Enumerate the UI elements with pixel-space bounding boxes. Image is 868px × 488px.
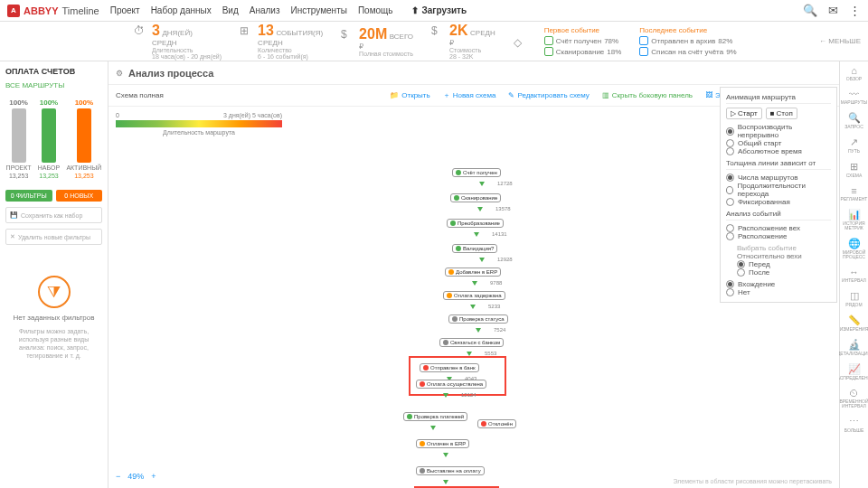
process-node[interactable]: Оплата осуществлена — [416, 380, 486, 389]
save-as-set-button[interactable]: 💾Сохранить как набор — [5, 207, 102, 223]
rnav-item[interactable]: 📏ИЗМЕРЕНИЯ — [840, 314, 868, 332]
rnav-icon: ⊞ — [850, 161, 858, 173]
rnav-icon: 〰 — [849, 89, 859, 99]
menu-item[interactable]: Анализ — [250, 5, 280, 15]
filters-count-button[interactable]: 0 ФИЛЬТРЫ — [5, 190, 52, 202]
pencil-icon: ✎ — [508, 91, 514, 99]
stop-button[interactable]: ■Стоп — [766, 108, 797, 119]
dataset-bar[interactable]: 100%АКТИВНЫЙ13,253 — [66, 99, 101, 179]
delete-filters-button[interactable]: ✕Удалить новые фильтры — [5, 229, 102, 245]
rnav-item[interactable]: 〰МАРШРУТЫ — [841, 89, 867, 105]
hide-panel-button[interactable]: ▥Скрыть боковую панель — [602, 91, 693, 99]
first-event: Первое событие Счёт получен78% Сканирова… — [544, 26, 622, 56]
rnav-icon: ⌂ — [851, 65, 857, 76]
edge-arrow-icon — [476, 328, 481, 333]
rnav-item[interactable]: 🔬ДЕТАЛИЗАЦИЯ — [837, 339, 868, 356]
dataset-bar[interactable]: 100%НАБОР13,253 — [38, 99, 60, 179]
collapse-button[interactable]: ← МЕНЬШЕ — [819, 37, 861, 45]
edge-count: 9788 — [490, 280, 502, 286]
radio-option[interactable]: Продолжительности перехода — [726, 182, 831, 198]
process-node[interactable]: Сканирование — [450, 193, 501, 202]
plus-icon: ＋ — [443, 90, 450, 100]
rnav-item[interactable]: ⋯БОЛЬШЕ — [844, 416, 864, 433]
edge-arrow-icon — [472, 281, 477, 286]
radio-after[interactable]: После — [737, 268, 831, 277]
edge-arrow-icon — [443, 393, 448, 398]
process-node[interactable]: Выставлен на оплату — [416, 466, 485, 475]
edit-schema-button[interactable]: ✎Редактировать схему — [508, 91, 589, 99]
radio-option[interactable]: Нет — [726, 288, 831, 296]
radio-icon — [726, 224, 734, 232]
radio-option[interactable]: Фиксированная — [726, 198, 831, 206]
radio-option[interactable]: Вхождение — [726, 280, 831, 288]
rnav-item[interactable]: ⏲ВРЕМЕННОЙ ИНТЕРВАЛ — [839, 388, 868, 408]
radio-option[interactable]: Расположение вех — [726, 224, 831, 232]
rnav-item[interactable]: 🌐МИРОВОЙ ПРОЦЕСС — [840, 238, 868, 259]
rnav-item[interactable]: ↗ПУТЬ — [848, 136, 860, 154]
node-dot-icon — [456, 246, 461, 251]
edge-count: 12124 — [461, 392, 476, 398]
brand-abbyy: ABBYY — [24, 5, 59, 16]
zoom-in-button[interactable]: + — [151, 472, 156, 481]
menu-item[interactable]: Инструменты — [291, 5, 347, 15]
radio-option[interactable]: Воспроизводить непрерывно — [726, 123, 831, 139]
animation-panel: Анимация маршрута ▷Старт ■Стоп Воспроизв… — [720, 87, 837, 303]
edge-arrow-icon — [443, 453, 448, 457]
open-button[interactable]: 📁Открыть — [390, 91, 429, 99]
rnav-icon: ↗ — [850, 136, 858, 148]
menu-item[interactable]: Вид — [222, 5, 239, 15]
radio-before[interactable]: Перед — [737, 260, 831, 268]
menu-item[interactable]: Проект — [110, 5, 140, 15]
radio-icon — [726, 232, 734, 240]
node-dot-icon — [443, 340, 448, 345]
new-schema-button[interactable]: ＋Новая схема — [443, 90, 496, 100]
radio-icon — [726, 174, 734, 182]
left-sidebar: ОПЛАТА СЧЕТОВ ВСЕ МАРШРУТЫ 100%ПРОЕКТ13,… — [0, 61, 108, 488]
upload-button[interactable]: ⬆Загрузить — [411, 5, 467, 15]
rnav-item[interactable]: ↔ИНТЕРВАЛ — [842, 267, 866, 283]
new-count-button[interactable]: 0 НОВЫХ — [56, 190, 103, 202]
dataset-bar[interactable]: 100%ПРОЕКТ13,253 — [6, 99, 32, 179]
process-node[interactable]: Проверка платежей — [403, 412, 467, 421]
rnav-item[interactable]: ≡РЕГЛАМЕНТ — [841, 185, 868, 202]
process-node[interactable]: Оплата задержана — [443, 291, 505, 300]
radio-option[interactable]: Расположение — [726, 232, 831, 240]
node-dot-icon — [448, 269, 454, 275]
process-node[interactable]: Добавлен в ERP — [445, 267, 501, 277]
rnav-item[interactable]: 📈РАСПРЕДЕЛЕНИЕ — [835, 363, 868, 380]
process-node[interactable]: Связаться с банком — [439, 338, 504, 347]
node-dot-icon — [454, 195, 459, 201]
rnav-item[interactable]: ◫РЯДОМ — [845, 290, 862, 307]
rnav-item[interactable]: 🔍ЗАПРОС — [844, 112, 863, 129]
rnav-item[interactable]: 📊ИСТОРИЯ МЕТРИК — [840, 209, 868, 230]
rnav-item[interactable]: ⊞СХЕМА — [846, 161, 863, 178]
more-icon[interactable]: ⋮ — [849, 4, 861, 17]
menu-item[interactable]: Набор данных — [151, 5, 212, 15]
stop-icon: ■ — [770, 109, 775, 117]
search-icon[interactable]: 🔍 — [803, 4, 817, 17]
edge-arrow-icon — [479, 182, 485, 186]
grid-icon: ⊞ — [240, 24, 252, 37]
process-node[interactable]: Оплачен в ERP — [416, 439, 469, 448]
process-node[interactable]: Счёт получен — [452, 168, 501, 177]
radio-option[interactable]: Числа маршрутов — [726, 174, 831, 182]
process-icon: ⚙ — [116, 69, 123, 78]
routes-label: ВСЕ МАРШРУТЫ — [5, 81, 102, 89]
mail-icon[interactable]: ✉ — [828, 4, 838, 17]
process-node[interactable]: Отклонён — [477, 419, 516, 428]
process-node[interactable]: Преобразование — [447, 219, 504, 228]
schema-name: Схема полная — [116, 91, 164, 99]
node-dot-icon — [407, 414, 412, 419]
process-node[interactable]: Отправлен в банк — [420, 363, 479, 372]
edge-arrow-icon — [443, 480, 448, 484]
rnav-item[interactable]: ⌂ОБЗОР — [846, 65, 862, 81]
radio-option[interactable]: Абсолютное время — [726, 147, 831, 155]
menu-item[interactable]: Помощь — [358, 5, 393, 15]
rnav-icon: ⋯ — [849, 416, 859, 427]
radio-option[interactable]: Общий старт — [726, 139, 831, 147]
zoom-out-button[interactable]: − — [116, 472, 120, 481]
start-button[interactable]: ▷Старт — [726, 108, 762, 119]
process-node[interactable]: Валидация? — [452, 244, 497, 253]
process-node[interactable]: Проверка статуса — [448, 314, 508, 324]
top-menubar: A ABBYY Timeline ПроектНабор данныхВидАн… — [0, 0, 868, 22]
